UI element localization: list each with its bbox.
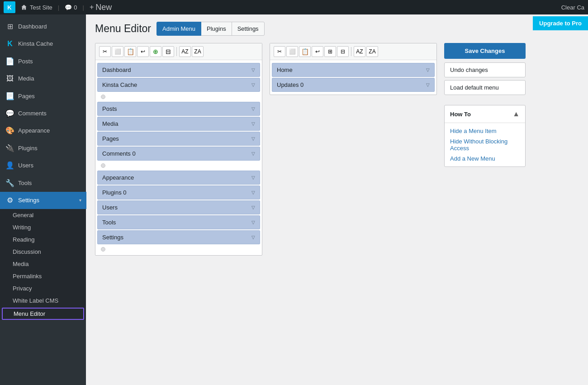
menu-item-dashboard[interactable]: Dashboard ▽ [97, 63, 260, 77]
right-menu-items: Home ▽ Updates 0 ▽ [270, 60, 436, 95]
menu-item-appearance[interactable]: Appearance ▽ [97, 171, 260, 185]
layout: ⊞ Dashboard K Kinsta Cache 📄 Posts 🖼 Med… [0, 0, 588, 385]
submenu-discussion[interactable]: Discussion [0, 246, 86, 258]
menu-item-label-media: Media [102, 120, 118, 127]
load-default-menu-button[interactable]: Load default menu [444, 80, 526, 95]
menu-item-label-dashboard: Dashboard [102, 67, 131, 73]
sidebar-item-media[interactable]: 🖼 Media [0, 70, 86, 87]
menu-item-comments[interactable]: Comments 0 ▽ [97, 147, 260, 161]
menu-item-label-kinsta-cache: Kinsta Cache [102, 81, 137, 88]
menu-item-pages[interactable]: Pages ▽ [97, 132, 260, 146]
menu-separator-2 [97, 162, 260, 170]
sidebar-item-posts[interactable]: 📄 Posts [0, 53, 86, 70]
toolbar-cut[interactable]: ✂ [99, 46, 111, 57]
comments-link[interactable]: 💬 0 [65, 4, 77, 11]
sidebar-label-posts: Posts [18, 57, 33, 66]
howto-link-hide-item[interactable]: Hide a Menu Item [450, 128, 520, 134]
top-bar-right-label: Clear Ca [561, 4, 584, 11]
menu-item-kinsta-cache[interactable]: Kinsta Cache ▽ [97, 78, 260, 92]
menu-item-label-plugins: Plugins 0 [102, 189, 126, 196]
submenu-permalinks[interactable]: Permalinks [0, 270, 86, 282]
submenu-general[interactable]: General [0, 209, 86, 221]
howto-toggle-icon[interactable]: ▲ [512, 110, 520, 118]
upgrade-button[interactable]: Upgrade to Pro [533, 16, 588, 30]
menu-item-home[interactable]: Home ▽ [272, 63, 435, 77]
sidebar-item-dashboard[interactable]: ⊞ Dashboard [0, 18, 86, 35]
sidebar-item-comments[interactable]: 💬 Comments [0, 105, 86, 122]
howto-link-hide-without-blocking[interactable]: Hide Without Blocking Access [450, 138, 520, 152]
separator: | [58, 4, 59, 11]
toolbar-paste[interactable]: 📋 [124, 46, 136, 57]
menu-separator-3 [97, 245, 260, 253]
sidebar-item-plugins[interactable]: 🔌 Plugins [0, 140, 86, 157]
right-toolbar-sort-desc[interactable]: ZA [366, 46, 378, 57]
submenu-menu-editor[interactable]: Menu Editor [2, 308, 84, 320]
settings-submenu: General Writing Reading Discussion Media… [0, 209, 86, 320]
sidebar-label-media: Media [18, 75, 34, 83]
right-toolbar-paste[interactable]: 📋 [299, 46, 311, 57]
menu-item-plugins[interactable]: Plugins 0 ▽ [97, 185, 260, 200]
right-toolbar-expand[interactable]: ⊞ [324, 46, 336, 57]
menu-item-label-pages: Pages [102, 135, 119, 142]
right-toolbar-copy[interactable]: ⬜ [286, 46, 298, 57]
users-icon: 👤 [5, 161, 14, 171]
sidebar-item-tools[interactable]: 🔧 Tools [0, 175, 86, 192]
toolbar-sort-asc[interactable]: AZ [179, 46, 191, 57]
sidebar-label-dashboard: Dashboard [18, 23, 47, 31]
right-toolbar-collapse[interactable]: ⊟ [337, 46, 349, 57]
howto-box: How To ▲ Hide a Menu Item Hide Without B… [444, 105, 526, 167]
kinsta-icon: K [5, 39, 14, 49]
menu-item-label-updates: Updates 0 [277, 81, 303, 88]
save-changes-button[interactable]: Save Changes [444, 43, 526, 59]
menu-item-media[interactable]: Media ▽ [97, 117, 260, 131]
howto-title: How To [450, 111, 471, 118]
menu-item-arrow-settings: ▽ [251, 235, 255, 240]
appearance-icon: 🎨 [5, 126, 14, 136]
right-toolbar-cut[interactable]: ✂ [274, 46, 285, 57]
menu-item-posts[interactable]: Posts ▽ [97, 102, 260, 116]
submenu-reading[interactable]: Reading [0, 233, 86, 246]
page-header: Menu Editor Admin Menu Plugins Settings [95, 22, 579, 36]
menu-item-tools[interactable]: Tools ▽ [97, 215, 260, 229]
sidebar-item-pages[interactable]: 📃 Pages [0, 88, 86, 105]
sidebar-item-appearance[interactable]: 🎨 Appearance [0, 122, 86, 139]
right-toolbar-undo[interactable]: ↩ [312, 46, 323, 57]
undo-changes-button[interactable]: Undo changes [444, 62, 526, 77]
howto-link-add-new-menu[interactable]: Add a New Menu [450, 155, 520, 162]
submenu-privacy[interactable]: Privacy [0, 282, 86, 295]
toolbar-add-item[interactable]: ⊕ [150, 46, 161, 57]
menu-item-label-appearance: Appearance [102, 174, 134, 181]
submenu-writing[interactable]: Writing [0, 221, 86, 233]
home-icon [21, 4, 27, 10]
toolbar-copy[interactable]: ⬜ [112, 46, 123, 57]
right-toolbar-sort-asc[interactable]: AZ [354, 46, 365, 57]
actions-panel: Save Changes Undo changes Load default m… [444, 43, 526, 167]
menu-item-updates[interactable]: Updates 0 ▽ [272, 78, 435, 92]
editor-area: ✂ ⬜ 📋 ↩ ⊕ ⊟ AZ ZA Dashboard ▽ [95, 43, 579, 256]
new-link[interactable]: + New [90, 3, 112, 11]
menu-item-label-users: Users [102, 204, 118, 211]
submenu-media[interactable]: Media [0, 258, 86, 270]
menu-item-settings[interactable]: Settings ▽ [97, 230, 260, 244]
tab-admin-menu[interactable]: Admin Menu [156, 22, 201, 36]
menu-item-label-tools: Tools [102, 219, 116, 226]
site-link[interactable]: Test Site [21, 4, 52, 11]
menu-item-label-home: Home [277, 67, 293, 73]
sidebar-item-kinsta-cache[interactable]: K Kinsta Cache [0, 35, 86, 52]
menu-item-arrow-tools: ▽ [251, 220, 255, 225]
toolbar-sort-desc[interactable]: ZA [192, 46, 204, 57]
toolbar-remove-item[interactable]: ⊟ [162, 46, 174, 57]
sidebar-item-users[interactable]: 👤 Users [0, 157, 86, 174]
toolbar-undo[interactable]: ↩ [137, 46, 149, 57]
menu-item-arrow-users: ▽ [251, 205, 255, 210]
tab-plugins[interactable]: Plugins [201, 22, 232, 36]
comments-icon: 💬 [5, 109, 14, 119]
sidebar-item-settings[interactable]: ⚙ Settings ▾ [0, 192, 86, 209]
settings-icon: ⚙ [5, 195, 14, 205]
dashboard-icon: ⊞ [5, 22, 14, 32]
plugins-icon: 🔌 [5, 143, 14, 153]
menu-item-users[interactable]: Users ▽ [97, 200, 260, 214]
submenu-white-label-cms[interactable]: White Label CMS [0, 295, 86, 307]
new-label: New [95, 3, 112, 11]
tab-settings[interactable]: Settings [232, 22, 265, 36]
